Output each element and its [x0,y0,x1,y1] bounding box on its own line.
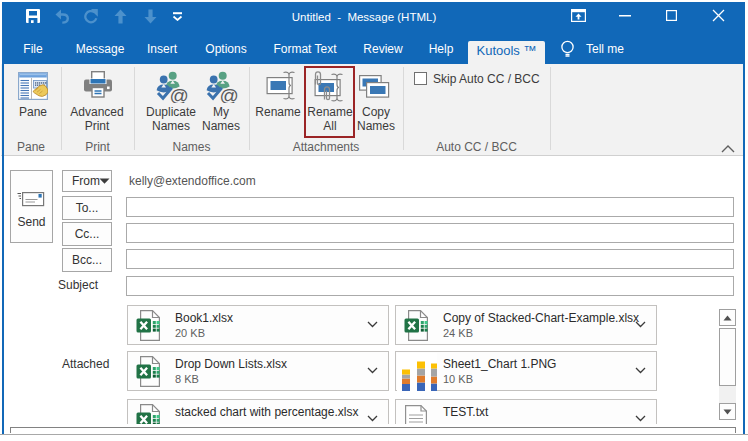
svg-text:@: @ [170,85,189,103]
svg-text:@: @ [220,85,239,103]
